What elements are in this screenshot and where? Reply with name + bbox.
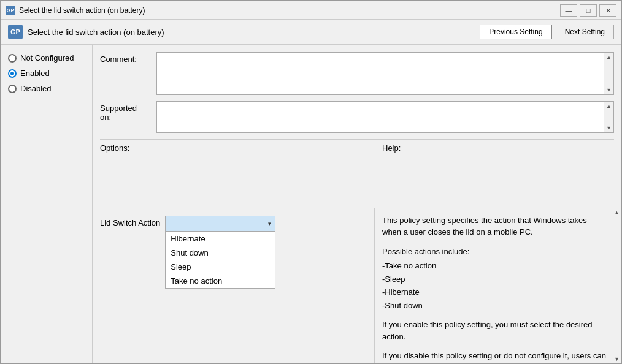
- scroll-up-arrow: ▲: [606, 54, 612, 60]
- options-panel: Lid Switch Action ▾ Hibernate Shut down …: [93, 208, 375, 364]
- previous-setting-button[interactable]: Previous Setting: [480, 25, 551, 39]
- help-list4: -Shut down: [382, 300, 608, 312]
- radio-enabled-label: Enabled: [20, 69, 50, 78]
- maximize-button[interactable]: □: [580, 4, 597, 17]
- radio-not-configured-label: Not Configured: [20, 53, 74, 63]
- help-list1: -Take no action: [382, 260, 608, 272]
- bottom-panels: Lid Switch Action ▾ Hibernate Shut down …: [93, 208, 621, 364]
- next-setting-button[interactable]: Next Setting: [556, 25, 614, 39]
- radio-enabled-dot: [10, 72, 14, 75]
- dropdown-list: Hibernate Shut down Sleep Take no action: [165, 232, 275, 289]
- help-panel: This policy setting specifies the action…: [375, 208, 621, 364]
- supported-scrollbar: ▲ ▼: [604, 102, 613, 132]
- radio-enabled-indicator: [8, 69, 17, 78]
- lid-switch-row: Lid Switch Action ▾ Hibernate Shut down …: [100, 216, 367, 232]
- minimize-button[interactable]: —: [560, 4, 577, 17]
- header-icon: GP: [8, 25, 23, 39]
- dropdown-item-hibernate[interactable]: Hibernate: [166, 232, 275, 246]
- main-window: GP Select the lid switch action (on batt…: [0, 0, 622, 364]
- lid-switch-label: Lid Switch Action: [100, 216, 160, 227]
- help-list2: -Sleep: [382, 273, 608, 286]
- dropdown-item-shutdown[interactable]: Shut down: [166, 246, 275, 260]
- supported-label: Supported on:: [100, 101, 149, 133]
- radio-disabled-label: Disabled: [20, 84, 52, 93]
- radio-disabled-indicator: [8, 85, 17, 93]
- content-area: Not Configured Enabled Disabled: [1, 45, 621, 363]
- comment-label: Comment:: [100, 52, 149, 95]
- help-scroll-down: ▼: [614, 356, 620, 362]
- help-heading: Help:: [382, 143, 401, 153]
- radio-not-configured-indicator: [8, 54, 17, 63]
- supported-section: Supported on: ▲ ▼: [100, 101, 614, 133]
- options-heading: Options:: [100, 143, 382, 153]
- title-bar: GP Select the lid switch action (on batt…: [1, 1, 621, 20]
- supported-textarea: ▲ ▼: [156, 101, 614, 133]
- options-help-row: Options: Help:: [100, 139, 614, 155]
- scroll-down-arrow: ▼: [606, 87, 612, 93]
- title-bar-left: GP Select the lid switch action (on batt…: [6, 6, 145, 15]
- dropdown-item-no-action[interactable]: Take no action: [166, 274, 275, 288]
- help-paragraph1: This policy setting specifies the action…: [382, 214, 608, 238]
- dropdown-item-sleep[interactable]: Sleep: [166, 260, 275, 274]
- comment-section: Comment: ▲ ▼: [100, 52, 614, 95]
- help-scroll-up: ▲: [614, 210, 620, 216]
- header-title: Select the lid switch action (on battery…: [28, 28, 164, 37]
- header-left: GP Select the lid switch action (on batt…: [8, 25, 164, 39]
- right-panel: Comment: ▲ ▼ Supported on: ▲ ▼: [93, 45, 621, 208]
- help-paragraph2: Possible actions include:: [382, 246, 608, 258]
- help-paragraph4: If you disable this policy setting or do…: [382, 350, 608, 363]
- help-paragraph3: If you enable this policy setting, you m…: [382, 319, 608, 343]
- help-text: This policy setting specifies the action…: [382, 214, 608, 364]
- left-panel: Not Configured Enabled Disabled: [1, 45, 93, 363]
- window-icon: GP: [6, 6, 15, 15]
- header-bar: GP Select the lid switch action (on batt…: [1, 20, 621, 45]
- comment-scrollbar: ▲ ▼: [604, 53, 613, 94]
- radio-group: Not Configured Enabled Disabled: [8, 53, 85, 93]
- scroll-down-arrow2: ▼: [606, 125, 612, 131]
- lid-switch-dropdown[interactable]: ▾: [165, 216, 275, 232]
- radio-enabled[interactable]: Enabled: [8, 69, 85, 78]
- help-scrollbar: ▲ ▼: [612, 208, 621, 364]
- radio-disabled[interactable]: Disabled: [8, 84, 85, 93]
- dropdown-arrow-icon: ▾: [268, 221, 271, 227]
- main-content: Comment: ▲ ▼ Supported on: ▲ ▼: [93, 45, 621, 363]
- window-title: Select the lid switch action (on battery…: [19, 6, 145, 15]
- comment-textarea[interactable]: ▲ ▼: [156, 52, 614, 95]
- scroll-up-arrow2: ▲: [606, 103, 612, 109]
- help-list3: -Hibernate: [382, 286, 608, 298]
- radio-not-configured[interactable]: Not Configured: [8, 53, 85, 63]
- close-button[interactable]: ✕: [599, 4, 616, 17]
- dropdown-container: ▾ Hibernate Shut down Sleep Take no acti…: [165, 216, 275, 232]
- title-bar-controls: — □ ✕: [560, 4, 616, 17]
- nav-buttons: Previous Setting Next Setting: [480, 25, 614, 39]
